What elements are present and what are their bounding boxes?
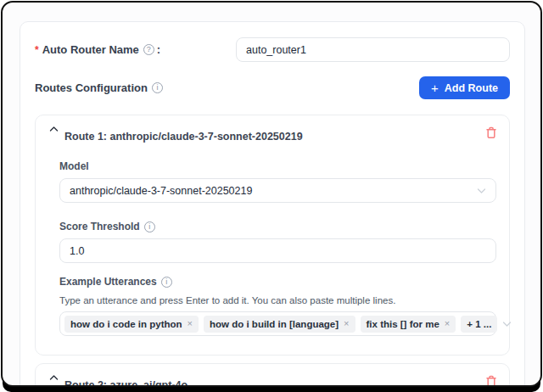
auto-router-form-card: * Auto Router Name ? : Routes Configurat… — [20, 21, 525, 387]
score-threshold-input[interactable] — [59, 238, 496, 263]
plus-icon: + — [431, 81, 439, 94]
collapse-route-1-button[interactable] — [48, 124, 60, 134]
utterance-tag: fix this [] for me × — [361, 316, 456, 333]
chevron-up-icon — [49, 374, 59, 381]
utterance-tag: how do i build in [language] × — [204, 316, 355, 333]
example-utterances-label-text: Example Utterances — [59, 276, 157, 288]
route-1-body: Model anthropic/claude-3-7-sonnet-202502… — [36, 160, 509, 355]
utterance-tag-text: how do i build in [language] — [210, 319, 339, 329]
delete-route-1-button[interactable] — [485, 126, 497, 139]
utterance-tag: how do i code in python × — [64, 316, 199, 333]
label-colon: : — [157, 43, 160, 56]
chevron-down-icon — [502, 321, 512, 328]
score-threshold-label-text: Score Threshold — [59, 221, 140, 232]
utterances-helper-text: Type an utterance and press Enter to add… — [59, 295, 496, 305]
add-route-button-label: Add Route — [445, 82, 498, 94]
info-icon[interactable]: i — [152, 82, 163, 93]
auto-router-name-input[interactable] — [236, 37, 510, 62]
collapse-route-2-button[interactable] — [48, 372, 60, 383]
app-window: * Auto Router Name ? : Routes Configurat… — [1, 1, 542, 387]
route-1-header[interactable]: Route 1: anthropic/claude-3-7-sonnet-202… — [36, 115, 509, 143]
routes-configuration-label-text: Routes Configuration — [35, 81, 148, 94]
tag-remove-icon[interactable]: × — [188, 319, 193, 328]
auto-router-name-label-text: Auto Router Name — [42, 43, 139, 56]
routes-configuration-row: Routes Configuration i + Add Route — [35, 76, 510, 99]
utterance-tag-text: fix this [] for me — [367, 319, 439, 329]
add-route-button[interactable]: + Add Route — [419, 76, 510, 99]
trash-icon — [485, 375, 497, 387]
utterance-tag-text: how do i code in python — [70, 319, 182, 329]
overflow-tag[interactable]: + 1 ... — [461, 316, 497, 333]
auto-router-name-row: * Auto Router Name ? : — [35, 37, 510, 62]
info-icon[interactable]: i — [161, 277, 172, 288]
overflow-tag-text: + 1 ... — [467, 319, 491, 329]
example-utterances-input[interactable]: how do i code in python × how do i build… — [59, 311, 496, 336]
model-select[interactable]: anthropic/claude-3-7-sonnet-20250219 — [59, 178, 496, 203]
model-label-text: Model — [59, 160, 89, 172]
help-icon[interactable]: ? — [143, 44, 154, 55]
route-2-header[interactable]: Route 2: azure_ai/gpt-4o — [36, 364, 509, 387]
model-select-value: anthropic/claude-3-7-sonnet-20250219 — [70, 185, 252, 197]
score-threshold-label: Score Threshold i — [59, 221, 496, 232]
auto-router-name-label: * Auto Router Name ? : — [35, 43, 160, 56]
tag-remove-icon[interactable]: × — [445, 319, 450, 328]
route-2-panel: Route 2: azure_ai/gpt-4o — [35, 363, 510, 387]
chevron-up-icon — [49, 126, 59, 132]
route-1-title: Route 1: anthropic/claude-3-7-sonnet-202… — [64, 131, 303, 143]
route-2-title: Route 2: azure_ai/gpt-4o — [64, 379, 188, 387]
required-asterisk: * — [35, 44, 39, 56]
example-utterances-label: Example Utterances i — [59, 276, 496, 288]
tag-remove-icon[interactable]: × — [344, 319, 349, 328]
trash-icon — [485, 126, 497, 139]
route-1-panel: Route 1: anthropic/claude-3-7-sonnet-202… — [35, 115, 510, 356]
routes-configuration-label: Routes Configuration i — [35, 81, 165, 94]
info-icon[interactable]: i — [144, 221, 155, 232]
model-label: Model — [59, 160, 496, 172]
delete-route-2-button[interactable] — [485, 375, 497, 387]
chevron-down-icon — [477, 188, 486, 194]
